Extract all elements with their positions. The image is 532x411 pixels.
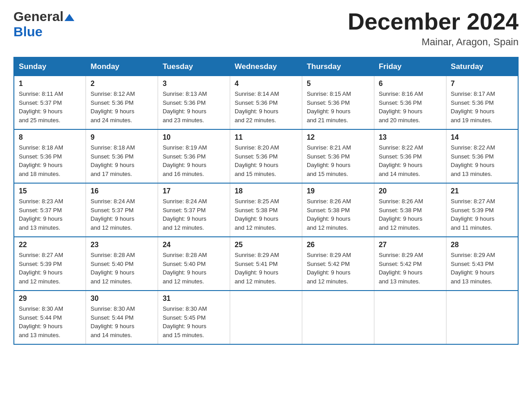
calendar-cell: 17 Sunrise: 8:24 AM Sunset: 5:37 PM Dayl… bbox=[158, 183, 230, 237]
calendar-cell: 24 Sunrise: 8:28 AM Sunset: 5:40 PM Dayl… bbox=[158, 237, 230, 291]
calendar-cell: 10 Sunrise: 8:19 AM Sunset: 5:36 PM Dayl… bbox=[158, 129, 230, 183]
day-info: Sunrise: 8:15 AM Sunset: 5:36 PM Dayligh… bbox=[307, 90, 369, 124]
month-title: December 2024 bbox=[348, 9, 519, 34]
day-info: Sunrise: 8:21 AM Sunset: 5:36 PM Dayligh… bbox=[307, 143, 369, 178]
calendar-cell: 9 Sunrise: 8:18 AM Sunset: 5:36 PM Dayli… bbox=[86, 129, 158, 183]
calendar-cell bbox=[230, 291, 302, 344]
day-info: Sunrise: 8:28 AM Sunset: 5:40 PM Dayligh… bbox=[90, 251, 153, 286]
day-number: 8 bbox=[19, 133, 81, 141]
day-number: 22 bbox=[19, 241, 81, 249]
day-number: 6 bbox=[379, 80, 442, 88]
day-number: 2 bbox=[90, 80, 153, 88]
calendar-cell bbox=[302, 291, 374, 344]
day-info: Sunrise: 8:18 AM Sunset: 5:36 PM Dayligh… bbox=[90, 143, 153, 178]
calendar-cell: 2 Sunrise: 8:12 AM Sunset: 5:36 PM Dayli… bbox=[86, 76, 158, 130]
day-info: Sunrise: 8:27 AM Sunset: 5:39 PM Dayligh… bbox=[19, 251, 81, 286]
day-number: 12 bbox=[307, 133, 369, 141]
header-sunday: Sunday bbox=[14, 57, 86, 76]
day-info: Sunrise: 8:30 AM Sunset: 5:45 PM Dayligh… bbox=[163, 304, 225, 339]
calendar-cell: 23 Sunrise: 8:28 AM Sunset: 5:40 PM Dayl… bbox=[86, 237, 158, 291]
week-row-4: 22 Sunrise: 8:27 AM Sunset: 5:39 PM Dayl… bbox=[14, 237, 518, 291]
day-number: 18 bbox=[235, 187, 297, 195]
logo-triangle-icon bbox=[64, 13, 74, 22]
day-info: Sunrise: 8:22 AM Sunset: 5:36 PM Dayligh… bbox=[379, 143, 442, 178]
day-info: Sunrise: 8:23 AM Sunset: 5:37 PM Dayligh… bbox=[19, 197, 81, 232]
day-number: 19 bbox=[307, 187, 369, 195]
calendar-cell: 8 Sunrise: 8:18 AM Sunset: 5:36 PM Dayli… bbox=[14, 129, 86, 183]
day-info: Sunrise: 8:13 AM Sunset: 5:36 PM Dayligh… bbox=[163, 90, 225, 124]
calendar-cell: 25 Sunrise: 8:29 AM Sunset: 5:41 PM Dayl… bbox=[230, 237, 302, 291]
day-number: 11 bbox=[235, 133, 297, 141]
calendar-cell: 12 Sunrise: 8:21 AM Sunset: 5:36 PM Dayl… bbox=[302, 129, 374, 183]
day-info: Sunrise: 8:29 AM Sunset: 5:42 PM Dayligh… bbox=[307, 251, 369, 286]
day-info: Sunrise: 8:11 AM Sunset: 5:37 PM Dayligh… bbox=[19, 90, 81, 124]
calendar-cell: 27 Sunrise: 8:29 AM Sunset: 5:42 PM Dayl… bbox=[374, 237, 446, 291]
day-number: 14 bbox=[451, 133, 513, 141]
calendar-cell bbox=[446, 291, 518, 344]
day-info: Sunrise: 8:22 AM Sunset: 5:36 PM Dayligh… bbox=[451, 143, 513, 178]
calendar-cell: 5 Sunrise: 8:15 AM Sunset: 5:36 PM Dayli… bbox=[302, 76, 374, 130]
header-tuesday: Tuesday bbox=[158, 57, 230, 76]
day-info: Sunrise: 8:18 AM Sunset: 5:36 PM Dayligh… bbox=[19, 143, 81, 178]
calendar-cell: 13 Sunrise: 8:22 AM Sunset: 5:36 PM Dayl… bbox=[374, 129, 446, 183]
day-info: Sunrise: 8:26 AM Sunset: 5:38 PM Dayligh… bbox=[307, 197, 369, 232]
day-number: 5 bbox=[307, 80, 369, 88]
day-info: Sunrise: 8:16 AM Sunset: 5:36 PM Dayligh… bbox=[379, 90, 442, 124]
day-info: Sunrise: 8:17 AM Sunset: 5:36 PM Dayligh… bbox=[451, 90, 513, 124]
week-row-2: 8 Sunrise: 8:18 AM Sunset: 5:36 PM Dayli… bbox=[14, 129, 518, 183]
day-number: 25 bbox=[235, 241, 297, 249]
day-number: 13 bbox=[379, 133, 442, 141]
day-number: 15 bbox=[19, 187, 81, 195]
calendar-cell: 6 Sunrise: 8:16 AM Sunset: 5:36 PM Dayli… bbox=[374, 76, 446, 130]
day-number: 31 bbox=[163, 295, 225, 303]
location-title: Mainar, Aragon, Spain bbox=[348, 36, 519, 48]
day-info: Sunrise: 8:19 AM Sunset: 5:36 PM Dayligh… bbox=[163, 143, 225, 178]
day-info: Sunrise: 8:29 AM Sunset: 5:41 PM Dayligh… bbox=[235, 251, 297, 286]
week-row-3: 15 Sunrise: 8:23 AM Sunset: 5:37 PM Dayl… bbox=[14, 183, 518, 237]
day-info: Sunrise: 8:30 AM Sunset: 5:44 PM Dayligh… bbox=[90, 304, 153, 339]
svg-marker-0 bbox=[64, 14, 74, 21]
day-number: 30 bbox=[90, 295, 153, 303]
header-monday: Monday bbox=[86, 57, 158, 76]
day-number: 28 bbox=[451, 241, 513, 249]
calendar-cell: 21 Sunrise: 8:27 AM Sunset: 5:39 PM Dayl… bbox=[446, 183, 518, 237]
calendar-cell: 20 Sunrise: 8:26 AM Sunset: 5:38 PM Dayl… bbox=[374, 183, 446, 237]
day-info: Sunrise: 8:20 AM Sunset: 5:36 PM Dayligh… bbox=[235, 143, 297, 178]
day-number: 10 bbox=[163, 133, 225, 141]
header-thursday: Thursday bbox=[302, 57, 374, 76]
week-row-5: 29 Sunrise: 8:30 AM Sunset: 5:44 PM Dayl… bbox=[14, 291, 518, 344]
calendar-cell: 22 Sunrise: 8:27 AM Sunset: 5:39 PM Dayl… bbox=[14, 237, 86, 291]
calendar-cell: 18 Sunrise: 8:25 AM Sunset: 5:38 PM Dayl… bbox=[230, 183, 302, 237]
calendar-cell: 28 Sunrise: 8:29 AM Sunset: 5:43 PM Dayl… bbox=[446, 237, 518, 291]
calendar-cell: 19 Sunrise: 8:26 AM Sunset: 5:38 PM Dayl… bbox=[302, 183, 374, 237]
calendar-cell: 7 Sunrise: 8:17 AM Sunset: 5:36 PM Dayli… bbox=[446, 76, 518, 130]
calendar-table: SundayMondayTuesdayWednesdayThursdayFrid… bbox=[13, 57, 519, 345]
logo-general-text: General bbox=[13, 9, 64, 24]
calendar-cell: 16 Sunrise: 8:24 AM Sunset: 5:37 PM Dayl… bbox=[86, 183, 158, 237]
day-number: 29 bbox=[19, 295, 81, 303]
day-number: 9 bbox=[90, 133, 153, 141]
day-number: 23 bbox=[90, 241, 153, 249]
day-number: 24 bbox=[163, 241, 225, 249]
day-info: Sunrise: 8:14 AM Sunset: 5:36 PM Dayligh… bbox=[235, 90, 297, 124]
logo: General Blue bbox=[13, 9, 74, 39]
title-area: December 2024 Mainar, Aragon, Spain bbox=[348, 9, 519, 48]
calendar-cell: 14 Sunrise: 8:22 AM Sunset: 5:36 PM Dayl… bbox=[446, 129, 518, 183]
day-number: 3 bbox=[163, 80, 225, 88]
day-number: 20 bbox=[379, 187, 442, 195]
day-number: 4 bbox=[235, 80, 297, 88]
day-info: Sunrise: 8:26 AM Sunset: 5:38 PM Dayligh… bbox=[379, 197, 442, 232]
day-number: 26 bbox=[307, 241, 369, 249]
day-info: Sunrise: 8:24 AM Sunset: 5:37 PM Dayligh… bbox=[163, 197, 225, 232]
logo-blue-text: Blue bbox=[13, 24, 43, 39]
calendar-cell: 1 Sunrise: 8:11 AM Sunset: 5:37 PM Dayli… bbox=[14, 76, 86, 130]
day-info: Sunrise: 8:24 AM Sunset: 5:37 PM Dayligh… bbox=[90, 197, 153, 232]
day-number: 17 bbox=[163, 187, 225, 195]
calendar-cell: 4 Sunrise: 8:14 AM Sunset: 5:36 PM Dayli… bbox=[230, 76, 302, 130]
calendar-cell: 29 Sunrise: 8:30 AM Sunset: 5:44 PM Dayl… bbox=[14, 291, 86, 344]
calendar-cell: 26 Sunrise: 8:29 AM Sunset: 5:42 PM Dayl… bbox=[302, 237, 374, 291]
day-info: Sunrise: 8:28 AM Sunset: 5:40 PM Dayligh… bbox=[163, 251, 225, 286]
day-info: Sunrise: 8:12 AM Sunset: 5:36 PM Dayligh… bbox=[90, 90, 153, 124]
day-info: Sunrise: 8:25 AM Sunset: 5:38 PM Dayligh… bbox=[235, 197, 297, 232]
day-info: Sunrise: 8:29 AM Sunset: 5:42 PM Dayligh… bbox=[379, 251, 442, 286]
